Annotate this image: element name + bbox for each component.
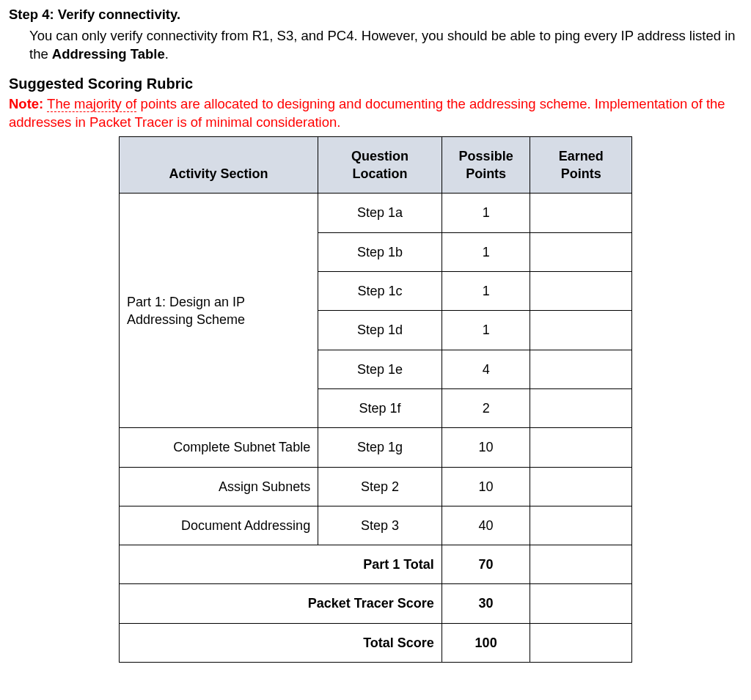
cell-total-score-label: Total Score — [120, 623, 442, 662]
cell-earned — [530, 194, 632, 232]
cell-activity: Document Addressing — [120, 506, 318, 545]
table-row: Complete Subnet Table Step 1g 10 — [120, 428, 632, 467]
cell-activity: Assign Subnets — [120, 467, 318, 506]
cell-points: 10 — [442, 467, 530, 506]
cell-qloc: Step 1g — [318, 428, 442, 467]
cell-qloc: Step 2 — [318, 467, 442, 506]
cell-points: 40 — [442, 506, 530, 545]
cell-points: 2 — [442, 388, 530, 427]
cell-packet-tracer-points: 30 — [442, 584, 530, 623]
step4-body: You can only verify connectivity from R1… — [29, 27, 742, 64]
cell-earned — [530, 467, 632, 506]
cell-points: 1 — [442, 194, 530, 232]
note-label: Note: — [9, 96, 43, 111]
table-row-part1-total: Part 1 Total 70 — [120, 545, 632, 584]
cell-points: 1 — [442, 311, 530, 350]
cell-qloc: Step 1a — [318, 194, 442, 232]
cell-qloc: Step 1f — [318, 388, 442, 427]
cell-earned — [530, 350, 632, 388]
table-row-total-score: Total Score 100 — [120, 623, 632, 662]
th-possible-points: Possible Points — [442, 136, 530, 194]
note-underlined: The majority of — [47, 96, 136, 112]
th-activity-section: Activity Section — [120, 136, 318, 194]
cell-earned — [530, 428, 632, 467]
cell-points: 1 — [442, 232, 530, 271]
th-question-location: Question Location — [318, 136, 442, 194]
cell-earned — [530, 506, 632, 545]
cell-part1-total-label: Part 1 Total — [120, 545, 442, 584]
cell-earned — [530, 388, 632, 427]
table-header-row: Activity Section Question Location Possi… — [120, 136, 632, 194]
cell-qloc: Step 1d — [318, 311, 442, 350]
cell-points: 1 — [442, 272, 530, 311]
rubric-heading: Suggested Scoring Rubric — [9, 74, 742, 94]
cell-part1-total-earned — [530, 545, 632, 584]
table-row-packet-tracer: Packet Tracer Score 30 — [120, 584, 632, 623]
cell-qloc: Step 1c — [318, 272, 442, 311]
cell-qloc: Step 1e — [318, 350, 442, 388]
step4-body-bold: Addressing Table — [52, 46, 165, 62]
note-line: Note: The majority of points are allocat… — [9, 95, 742, 132]
cell-activity: Complete Subnet Table — [120, 428, 318, 467]
cell-packet-tracer-label: Packet Tracer Score — [120, 584, 442, 623]
step4-body-after: . — [165, 46, 169, 62]
cell-packet-tracer-earned — [530, 584, 632, 623]
step4-heading: Step 4: Verify connectivity. — [9, 6, 742, 24]
cell-total-score-points: 100 — [442, 623, 530, 662]
rubric-table: Activity Section Question Location Possi… — [119, 136, 632, 663]
table-row: Assign Subnets Step 2 10 — [120, 467, 632, 506]
cell-part1-total-points: 70 — [442, 545, 530, 584]
table-row: Part 1: Design an IP Addressing Scheme S… — [120, 194, 632, 232]
cell-earned — [530, 311, 632, 350]
cell-points: 10 — [442, 428, 530, 467]
cell-earned — [530, 232, 632, 271]
cell-earned — [530, 272, 632, 311]
cell-points: 4 — [442, 350, 530, 388]
cell-qloc: Step 3 — [318, 506, 442, 545]
th-earned-points: Earned Points — [530, 136, 632, 194]
cell-part1-label: Part 1: Design an IP Addressing Scheme — [120, 194, 318, 428]
cell-total-score-earned — [530, 623, 632, 662]
table-row: Document Addressing Step 3 40 — [120, 506, 632, 545]
cell-qloc: Step 1b — [318, 232, 442, 271]
